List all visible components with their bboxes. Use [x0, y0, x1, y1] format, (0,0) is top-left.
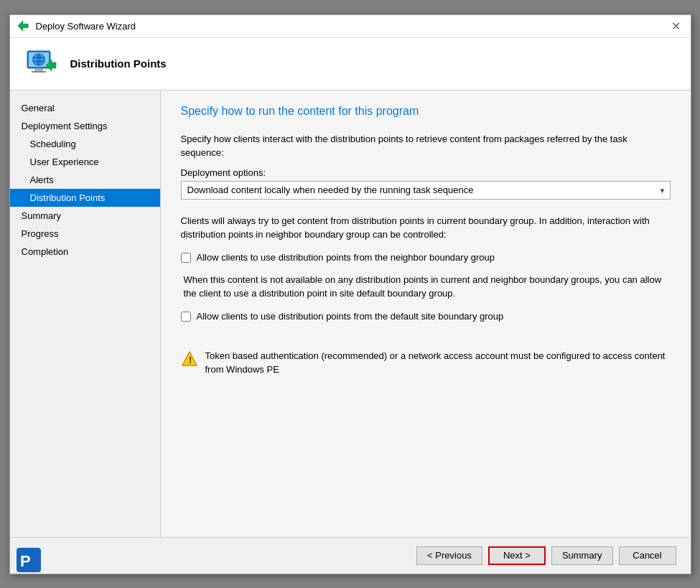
svg-rect-4: [32, 71, 46, 73]
checkbox1-label[interactable]: Allow clients to use distribution points…: [197, 252, 495, 263]
sidebar: General Deployment Settings Scheduling U…: [10, 90, 161, 537]
checkbox2-row: Allow clients to use distribution points…: [181, 311, 671, 322]
next-button[interactable]: Next >: [488, 546, 546, 565]
sidebar-item-user-experience[interactable]: User Experience: [10, 153, 160, 171]
cancel-button[interactable]: Cancel: [619, 546, 676, 565]
default-boundary-desc: When this content is not available on an…: [181, 273, 671, 301]
svg-marker-0: [17, 21, 27, 31]
svg-text:!: !: [189, 355, 192, 365]
deploy-icon: [16, 19, 30, 33]
warning-text: Token based authentication (recommended)…: [205, 349, 671, 377]
checkbox1-row: Allow clients to use distribution points…: [181, 252, 671, 263]
warning-icon: !: [181, 350, 198, 368]
main-heading: Specify how to run the content for this …: [181, 105, 671, 118]
title-bar-left: Deploy Software Wizard: [16, 19, 136, 33]
neighbor-boundary-checkbox[interactable]: [181, 253, 191, 263]
header-section: Distribution Points: [10, 38, 691, 90]
sidebar-item-general[interactable]: General: [10, 99, 160, 117]
header-icon: [24, 47, 59, 81]
header-title: Distribution Points: [70, 57, 167, 70]
warning-box: ! Token based authentication (recommende…: [181, 343, 671, 383]
logo: P: [16, 547, 42, 575]
content-area: General Deployment Settings Scheduling U…: [10, 90, 691, 537]
svg-rect-3: [34, 68, 43, 71]
deployment-options-dropdown[interactable]: Download content locally when needed by …: [181, 181, 671, 200]
desc1: Specify how clients interact with the di…: [181, 132, 671, 160]
default-boundary-checkbox[interactable]: [181, 312, 191, 322]
close-button[interactable]: ✕: [668, 17, 685, 34]
footer: < Previous Next > Summary Cancel: [10, 537, 691, 574]
sidebar-item-progress[interactable]: Progress: [10, 225, 160, 243]
sidebar-item-alerts[interactable]: Alerts: [10, 171, 160, 189]
sidebar-item-summary[interactable]: Summary: [10, 207, 160, 225]
summary-button[interactable]: Summary: [551, 546, 613, 565]
boundary-desc: Clients will always try to get content f…: [181, 214, 671, 242]
wizard-window: Deploy Software Wizard ✕ Distribution: [9, 14, 691, 574]
title-bar: Deploy Software Wizard ✕: [10, 15, 691, 38]
deployment-options-wrapper: Download content locally when needed by …: [181, 181, 671, 200]
checkbox2-label[interactable]: Allow clients to use distribution points…: [197, 311, 504, 322]
sidebar-item-distribution-points[interactable]: Distribution Points: [10, 189, 160, 207]
previous-button[interactable]: < Previous: [416, 546, 482, 565]
svg-text:P: P: [20, 552, 31, 570]
sidebar-item-scheduling[interactable]: Scheduling: [10, 135, 160, 153]
sidebar-item-completion[interactable]: Completion: [10, 243, 160, 261]
deployment-options-label: Deployment options:: [181, 167, 671, 178]
sidebar-item-deployment-settings[interactable]: Deployment Settings: [10, 117, 160, 135]
main-content: Specify how to run the content for this …: [161, 90, 691, 537]
window-title: Deploy Software Wizard: [36, 21, 136, 32]
